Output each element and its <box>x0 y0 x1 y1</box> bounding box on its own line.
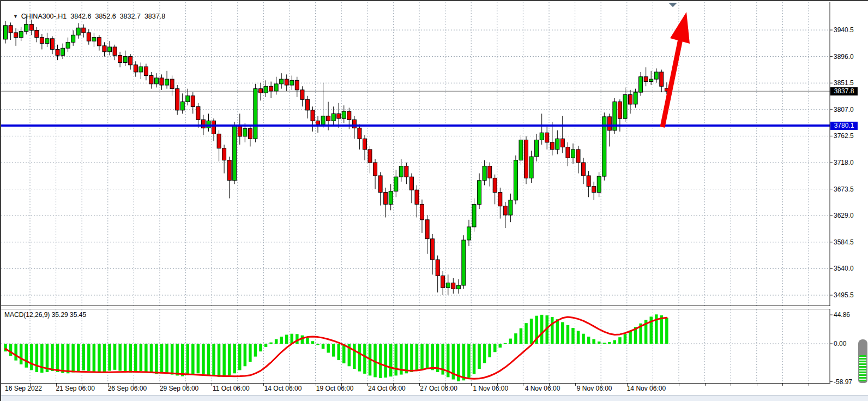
candle-body <box>550 142 554 149</box>
macd-histogram-bar <box>238 344 242 370</box>
candle-body <box>409 177 413 190</box>
price-axis-label: 3851.5 <box>834 79 867 87</box>
candle-body <box>587 176 590 187</box>
macd-histogram-bar <box>478 344 481 369</box>
candle-body <box>97 38 101 46</box>
time-axis-label: 9 Nov 06:00 <box>577 385 612 392</box>
candle-body <box>160 78 164 85</box>
macd-histogram-bar <box>353 344 356 369</box>
ohlc-open: 3842.6 <box>70 13 91 20</box>
macd-histogram-bar <box>322 344 325 349</box>
candle-body <box>441 276 445 288</box>
macd-histogram-bar <box>493 344 497 352</box>
macd-histogram-bar <box>363 344 366 374</box>
candle-body <box>295 80 299 90</box>
macd-histogram-bar <box>525 323 528 344</box>
candle-body <box>243 129 247 136</box>
macd-histogram-bar <box>207 344 210 375</box>
candle-body <box>618 102 622 119</box>
macd-histogram-bar <box>40 344 44 373</box>
time-axis-tickmark <box>627 384 628 386</box>
panel-splitter[interactable] <box>1 306 830 309</box>
candle-body <box>51 39 55 50</box>
candle-body <box>405 166 408 177</box>
macd-histogram-bar <box>249 344 252 362</box>
macd-histogram-bar <box>160 344 164 373</box>
candle-body <box>82 28 86 33</box>
time-axis-tickmark <box>679 384 679 386</box>
candle-body <box>556 139 559 149</box>
time-axis-tickmark <box>263 384 264 386</box>
symbol-info-bar[interactable]: ▼CHINA300-,H13842.63852.63832.73837.8 <box>5 5 165 28</box>
macd-histogram-bar <box>405 344 408 373</box>
macd-histogram-bar <box>269 343 273 344</box>
time-axis-line <box>1 383 830 384</box>
candle-body <box>66 42 70 48</box>
time-axis-tickmark <box>367 384 368 386</box>
macd-histogram-bar <box>9 344 13 356</box>
macd-histogram-bar <box>561 322 564 344</box>
time-axis-tickmark <box>419 384 420 386</box>
candle-body <box>212 121 216 134</box>
candle-body <box>425 220 429 239</box>
time-axis-label: 14 Nov 06:00 <box>627 385 666 392</box>
macd-histogram-bar <box>285 335 288 344</box>
ohlc-high: 3852.6 <box>95 13 116 20</box>
candle-body <box>509 200 513 215</box>
candle-body <box>514 160 517 200</box>
macd-histogram-bar <box>191 344 195 374</box>
macd-histogram-bar <box>395 344 398 375</box>
candle-body <box>217 134 221 148</box>
macd-histogram-bar <box>410 344 413 372</box>
macd-histogram-bar <box>467 344 471 378</box>
candle-body <box>420 204 424 219</box>
macd-histogram-bar <box>30 344 33 370</box>
candle-body <box>264 86 268 93</box>
price-chart-canvas[interactable] <box>1 2 868 306</box>
price-axis-label: 3896.0 <box>834 53 867 61</box>
candle-body <box>233 125 237 180</box>
candle-body <box>342 111 346 118</box>
candle-body <box>373 163 377 176</box>
macd-histogram-bar <box>259 344 262 351</box>
macd-chart-canvas[interactable] <box>1 309 868 383</box>
macd-histogram-bar <box>212 344 215 376</box>
macd-histogram-bar <box>140 344 143 371</box>
macd-histogram-bar <box>61 344 64 373</box>
candle-body <box>415 190 419 204</box>
candle-body <box>113 47 117 55</box>
candle-body <box>378 176 382 193</box>
candle-body <box>35 31 39 38</box>
macd-histogram-bar <box>103 344 106 372</box>
candle-body <box>56 50 59 56</box>
time-axis-label: 11 Oct 06:00 <box>213 385 250 392</box>
top-marker-triangle-icon <box>668 3 677 7</box>
candle-body <box>186 96 190 102</box>
macd-histogram-bar <box>82 344 86 370</box>
candle-body <box>639 77 643 92</box>
candle-body <box>305 99 309 110</box>
candle-body <box>71 35 75 42</box>
symbol-dropdown-icon[interactable]: ▼ <box>13 14 18 19</box>
macd-histogram-bar <box>431 344 434 370</box>
macd-histogram-bar <box>155 344 158 374</box>
candle-body <box>535 140 539 157</box>
candle-body <box>254 89 257 139</box>
macd-histogram-bar <box>332 344 335 357</box>
candle-body <box>571 149 575 158</box>
time-axis-label: 14 Oct 06:00 <box>264 385 302 392</box>
candle-body <box>451 283 455 289</box>
macd-histogram-bar <box>118 344 122 371</box>
scrollbar-widget[interactable] <box>858 339 867 383</box>
macd-histogram-bar <box>144 344 148 372</box>
candle-body <box>446 283 450 288</box>
price-axis-label: 3807.0 <box>834 106 867 113</box>
macd-histogram-bar <box>93 344 96 372</box>
candle-body <box>191 96 195 107</box>
macd-histogram-bar <box>202 344 205 374</box>
candle-body <box>45 39 49 44</box>
symbol-name: CHINA300-,H1 <box>21 13 67 20</box>
chart-window: ▼CHINA300-,H13842.63852.63832.73837.8 MA… <box>0 0 868 401</box>
time-axis-tickmark <box>445 384 446 386</box>
macd-histogram-bar <box>483 344 486 363</box>
